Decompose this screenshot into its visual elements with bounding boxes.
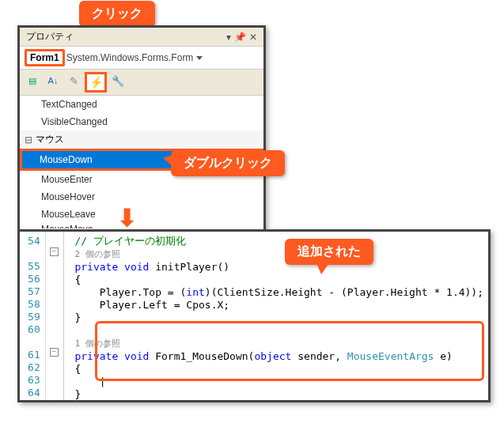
form-name: Form1	[25, 49, 65, 66]
event-item[interactable]: MouseHover	[20, 188, 263, 206]
panel-title: プロパティ	[26, 30, 74, 43]
object-selector[interactable]: Form1 System.Windows.Forms.Form	[20, 47, 263, 70]
code-editor[interactable]: 54 55 56 57 58 59 60 61 62 63 64 65 66 −…	[17, 229, 491, 402]
collapse-icon[interactable]: ⊟	[25, 134, 32, 145]
dropdown-icon[interactable]: ▾	[226, 32, 231, 43]
line-numbers: 54 55 56 57 58 59 60 61 62 63 64 65 66	[20, 232, 46, 400]
panel-title-controls: ▾ 📌 ✕	[226, 32, 257, 43]
event-item[interactable]: MouseMove	[20, 223, 263, 229]
fold-gutter: − −	[46, 232, 64, 400]
properties-panel: プロパティ ▾ 📌 ✕ Form1 System.Windows.Forms.F…	[17, 25, 266, 232]
form-type: System.Windows.Forms.Form	[66, 52, 194, 63]
chevron-down-icon	[196, 56, 203, 60]
callout-added: 追加された	[285, 239, 373, 265]
properties-toolbar: ▤ A↓ ✎ ⚡ 🔧	[20, 70, 263, 96]
pin-icon[interactable]: 📌	[234, 32, 246, 43]
events-button[interactable]: ⚡	[85, 72, 107, 93]
marker-gutter	[64, 232, 70, 400]
code-body[interactable]: // プレイヤーの初期化 2 個の参照 private void initPla…	[70, 232, 488, 400]
arrow-down-icon: ⬇	[117, 204, 137, 232]
categorized-button[interactable]: ▤	[23, 72, 42, 89]
event-category[interactable]: ⊟ マウス	[20, 130, 263, 149]
fold-toggle[interactable]: −	[50, 247, 59, 256]
callout-doubleclick: ダブルクリック	[171, 150, 285, 176]
callout-click: クリック	[79, 1, 155, 27]
event-item[interactable]: VisibleChanged	[20, 113, 263, 130]
panel-titlebar: プロパティ ▾ 📌 ✕	[20, 28, 263, 47]
event-selected-label: MouseDown	[40, 154, 93, 165]
event-item[interactable]: TextChanged	[20, 96, 263, 113]
property-pages-button[interactable]: 🔧	[108, 72, 127, 89]
close-icon[interactable]: ✕	[249, 32, 257, 43]
fold-toggle[interactable]: −	[50, 348, 59, 357]
properties-button[interactable]: ✎	[64, 72, 83, 89]
event-category-label: マウス	[36, 133, 64, 146]
alphabetical-button[interactable]: A↓	[44, 72, 63, 89]
event-item[interactable]: MouseLeave	[20, 206, 263, 223]
